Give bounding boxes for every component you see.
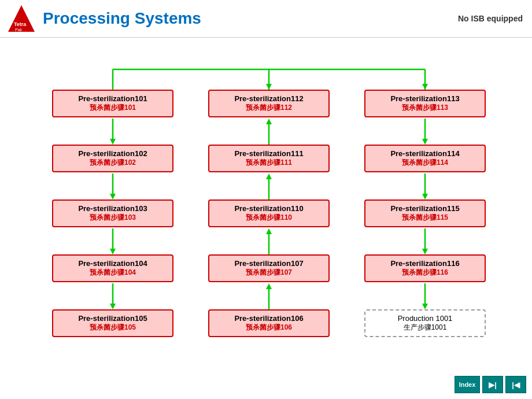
box-104-line1: Pre-sterilization104 (58, 259, 168, 268)
svg-marker-33 (422, 304, 428, 309)
box-102-line1: Pre-sterilization102 (58, 149, 168, 158)
svg-marker-27 (422, 139, 428, 145)
app-title: Processing Systems (43, 9, 201, 28)
prev-button[interactable]: |◀ (505, 376, 526, 393)
svg-marker-31 (422, 249, 428, 254)
svg-marker-17 (266, 84, 272, 90)
prod-box-line1: Production 1001 (370, 314, 480, 323)
svg-marker-23 (266, 173, 272, 179)
logo-icon: Tetra Pak (7, 4, 36, 33)
svg-marker-9 (110, 249, 116, 254)
next-button[interactable]: ▶| (482, 376, 503, 393)
svg-marker-19 (266, 283, 272, 289)
box-115-line1: Pre-sterilization115 (370, 204, 480, 213)
svg-marker-21 (266, 228, 272, 234)
box-prod-1001[interactable]: Production 1001 生产步骤1001 (364, 309, 486, 337)
index-button[interactable]: Index (455, 376, 480, 393)
box-114-line1: Pre-sterilization114 (370, 149, 480, 158)
box-113-line2: 预杀菌步骤113 (370, 103, 480, 113)
box-112-line1: Pre-sterilization112 (214, 94, 324, 103)
box-111[interactable]: Pre-sterilization111 预杀菌步骤111 (208, 145, 330, 172)
box-103-line2: 预杀菌步骤103 (58, 213, 168, 223)
bottom-nav: Index ▶| |◀ (455, 376, 526, 393)
svg-marker-7 (110, 194, 116, 200)
box-101-line1: Pre-sterilization101 (58, 94, 168, 103)
box-111-line2: 预杀菌步骤111 (214, 158, 324, 168)
svg-marker-11 (110, 304, 116, 309)
box-107-line2: 预杀菌步骤107 (214, 268, 324, 278)
svg-text:Pak: Pak (15, 28, 23, 32)
box-114-line2: 预杀菌步骤114 (370, 158, 480, 168)
svg-marker-15 (422, 84, 428, 90)
box-102[interactable]: Pre-sterilization102 预杀菌步骤102 (52, 145, 173, 172)
box-104[interactable]: Pre-sterilization104 预杀菌步骤104 (52, 254, 173, 282)
isb-label: No ISB equipped (458, 14, 523, 23)
box-113[interactable]: Pre-sterilization113 预杀菌步骤113 (364, 90, 486, 117)
svg-marker-29 (422, 194, 428, 200)
box-104-line2: 预杀菌步骤104 (58, 268, 168, 278)
box-107[interactable]: Pre-sterilization107 预杀菌步骤107 (208, 254, 330, 282)
box-116-line1: Pre-sterilization116 (370, 259, 480, 268)
box-107-line1: Pre-sterilization107 (214, 259, 324, 268)
box-105[interactable]: Pre-sterilization105 预杀菌步骤105 (52, 309, 173, 337)
box-110[interactable]: Pre-sterilization110 预杀菌步骤110 (208, 200, 330, 227)
box-103[interactable]: Pre-sterilization103 预杀菌步骤103 (52, 200, 173, 227)
box-106-line2: 预杀菌步骤106 (214, 323, 324, 332)
box-116[interactable]: Pre-sterilization116 预杀菌步骤116 (364, 254, 486, 282)
box-112[interactable]: Pre-sterilization112 预杀菌步骤112 (208, 90, 330, 117)
box-106-line1: Pre-sterilization106 (214, 314, 324, 323)
box-103-line1: Pre-sterilization103 (58, 204, 168, 213)
box-115[interactable]: Pre-sterilization115 预杀菌步骤115 (364, 200, 486, 227)
box-115-line2: 预杀菌步骤115 (370, 213, 480, 223)
box-113-line1: Pre-sterilization113 (370, 94, 480, 103)
box-105-line1: Pre-sterilization105 (58, 314, 168, 323)
box-116-line2: 预杀菌步骤116 (370, 268, 480, 278)
box-101[interactable]: Pre-sterilization101 预杀菌步骤101 (52, 90, 173, 117)
main-diagram: Pre-sterilization101 预杀菌步骤101 Pre-steril… (0, 38, 532, 399)
svg-marker-5 (110, 139, 116, 145)
header: Tetra Pak Processing Systems No ISB equi… (0, 0, 532, 38)
box-106[interactable]: Pre-sterilization106 预杀菌步骤106 (208, 309, 330, 337)
box-110-line1: Pre-sterilization110 (214, 204, 324, 213)
box-112-line2: 预杀菌步骤112 (214, 103, 324, 113)
box-105-line2: 预杀菌步骤105 (58, 323, 168, 332)
box-102-line2: 预杀菌步骤102 (58, 158, 168, 168)
prod-box-line2: 生产步骤1001 (370, 323, 480, 332)
box-114[interactable]: Pre-sterilization114 预杀菌步骤114 (364, 145, 486, 172)
box-110-line2: 预杀菌步骤110 (214, 213, 324, 223)
box-101-line2: 预杀菌步骤101 (58, 103, 168, 113)
svg-marker-25 (266, 119, 272, 124)
svg-text:Tetra: Tetra (14, 21, 27, 27)
box-111-line1: Pre-sterilization111 (214, 149, 324, 158)
